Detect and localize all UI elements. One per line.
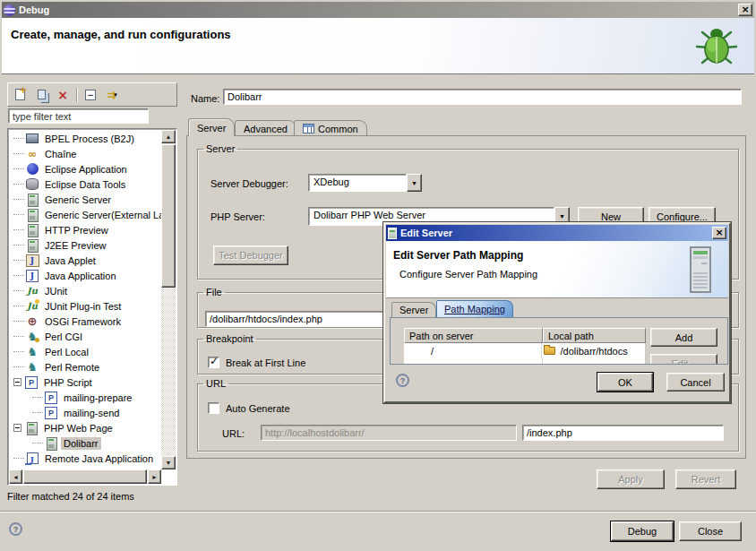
new-configuration-icon[interactable] (12, 87, 28, 103)
close-icon[interactable]: × (738, 4, 752, 16)
bpel-icon (25, 132, 39, 145)
tree-connector (13, 366, 24, 367)
tree-item-php-web-page[interactable]: PHP Web Page (9, 420, 161, 435)
tree-connector (13, 184, 24, 185)
filter-input[interactable] (8, 108, 149, 124)
common-tab-icon (303, 124, 314, 133)
url-auto-input[interactable] (261, 425, 517, 441)
server-icon (24, 421, 39, 435)
tree-item-generic-server-external-la[interactable]: Generic Server(External La (9, 207, 161, 222)
tree-item-label: Perl Local (42, 346, 91, 358)
auto-generate-checkbox[interactable] (208, 402, 219, 414)
tree-item-java-application[interactable]: Java Application (9, 268, 161, 283)
edit-button[interactable]: Edit... (650, 354, 717, 365)
vscroll-thumb[interactable] (161, 144, 176, 288)
tree-vscrollbar[interactable]: ▲ ▼ (161, 130, 176, 469)
test-debugger-button[interactable]: Test Debugger (213, 245, 288, 265)
name-input[interactable] (223, 89, 742, 105)
dropdown-arrow-icon: ▾ (114, 91, 117, 99)
tree-item-perl-local[interactable]: Perl Local (9, 344, 161, 359)
path-mapping-table: Path on server Local path //dolibarr/htd… (404, 328, 646, 365)
dialog-header: Edit Server Path Mapping Configure Serve… (386, 241, 728, 298)
scroll-down-icon[interactable]: ▼ (161, 456, 176, 469)
tree-item-generic-server[interactable]: Generic Server (9, 192, 161, 207)
edit-server-dialog: Edit Server × Edit Server Path Mapping C… (383, 222, 731, 403)
tree-item-bpel-process-b2j[interactable]: BPEL Process (B2J) (9, 131, 161, 146)
collapse-all-icon[interactable]: − (82, 87, 99, 103)
break-first-line-checkbox[interactable] (208, 357, 219, 368)
tree-item-cha-ne[interactable]: Chaîne (9, 146, 161, 161)
folder-icon (544, 347, 555, 355)
dialog-help-icon[interactable]: ? (396, 374, 409, 387)
dialog-titlebar[interactable]: Edit Server × (386, 225, 728, 241)
break-first-line-label: Break at First Line (226, 357, 305, 368)
tree-item-label: Generic Server (42, 194, 114, 206)
ok-button[interactable]: OK (597, 373, 653, 392)
dialog-tab-server[interactable]: Server (391, 302, 436, 317)
tree-item-label: Generic Server(External La (42, 209, 161, 221)
duplicate-icon[interactable] (33, 87, 49, 103)
dialog-tab-path-mapping[interactable]: Path Mapping (436, 300, 513, 317)
dialog-close-icon[interactable]: × (712, 227, 726, 239)
url-path-input[interactable] (522, 425, 724, 441)
tree-item-label: Chaîne (42, 148, 79, 160)
tree-connector (32, 412, 43, 413)
tree-item-j2ee-preview[interactable]: J2EE Preview (9, 237, 161, 253)
server-icon (25, 223, 39, 237)
tree-connector (13, 351, 24, 352)
window-titlebar[interactable]: Debug × (2, 2, 754, 18)
tree-item-mailing-prepare[interactable]: mailing-prepare (9, 390, 161, 405)
server-debugger-combo[interactable]: XDebug ▼ (308, 174, 422, 192)
tree-item-dolibarr[interactable]: Dolibarr (9, 435, 161, 451)
tree-toolbar: × − ⇉▾ (7, 82, 177, 107)
perl-icon (25, 360, 39, 374)
chevron-down-icon[interactable]: ▼ (407, 174, 422, 192)
help-icon[interactable]: ? (9, 522, 22, 536)
php-icon (44, 391, 58, 404)
tree-item-remote-java-application[interactable]: Remote Java Application (9, 451, 161, 466)
collapse-toggle-icon[interactable] (13, 424, 21, 432)
tree-item-php-script[interactable]: PHP Script (9, 375, 161, 390)
tree-item-perl-remote[interactable]: Perl Remote (9, 359, 161, 375)
tree-item-junit-plug-in-test[interactable]: JUnit Plug-in Test (9, 298, 161, 314)
filter-icon[interactable]: ⇉▾ (104, 87, 120, 103)
tab-server[interactable]: Server (188, 118, 235, 136)
tree-item-label: OSGi Framework (42, 315, 124, 328)
tree-item-osgi-framework[interactable]: OSGi Framework (9, 314, 161, 329)
column-header-path-on-server[interactable]: Path on server (404, 328, 543, 343)
tree-item-mailing-send[interactable]: mailing-send (9, 405, 161, 420)
tree-item-eclipse-application[interactable]: Eclipse Application (9, 161, 161, 176)
tree-item-eclipse-data-tools[interactable]: Eclipse Data Tools (9, 176, 161, 192)
php-icon (44, 406, 58, 419)
tab-advanced[interactable]: Advanced (235, 120, 296, 136)
tree-item-java-applet[interactable]: Java Applet (9, 253, 161, 268)
debug-button[interactable]: Debug (611, 521, 674, 541)
revert-button[interactable]: Revert (675, 469, 736, 489)
collapse-toggle-icon[interactable] (13, 378, 21, 386)
junit-icon (25, 284, 39, 297)
tree-hscrollbar[interactable]: ◄ ► (9, 469, 161, 484)
hscroll-thumb[interactable] (23, 469, 147, 484)
tab-common[interactable]: Common (294, 120, 367, 136)
tree-item-label: BPEL Process (B2J) (42, 133, 137, 145)
tree-item-perl-cgi[interactable]: Perl CGI (9, 329, 161, 344)
server-icon (388, 228, 397, 239)
server-icon (25, 208, 39, 221)
close-button[interactable]: Close (679, 521, 742, 541)
tree-item-label: mailing-send (61, 407, 122, 419)
scroll-right-icon[interactable]: ► (148, 469, 161, 484)
scroll-left-icon[interactable]: ◄ (9, 469, 22, 484)
dialog-header-title: Edit Server Path Mapping (393, 249, 523, 262)
apply-button[interactable]: Apply (597, 469, 665, 489)
column-header-local-path[interactable]: Local path (543, 328, 646, 343)
tree-item-http-preview[interactable]: HTTP Preview (9, 222, 161, 237)
perl-icon (25, 345, 39, 358)
tree-item-junit[interactable]: JUnit (9, 283, 161, 298)
table-rows: //dolibarr/htdocs (404, 343, 646, 358)
cancel-button[interactable]: Cancel (666, 373, 725, 392)
delete-icon[interactable]: × (55, 87, 71, 103)
table-row[interactable]: //dolibarr/htdocs (404, 343, 646, 358)
add-button[interactable]: Add (650, 328, 717, 347)
scroll-up-icon[interactable]: ▲ (161, 130, 176, 143)
eclipse-icon (4, 4, 15, 16)
